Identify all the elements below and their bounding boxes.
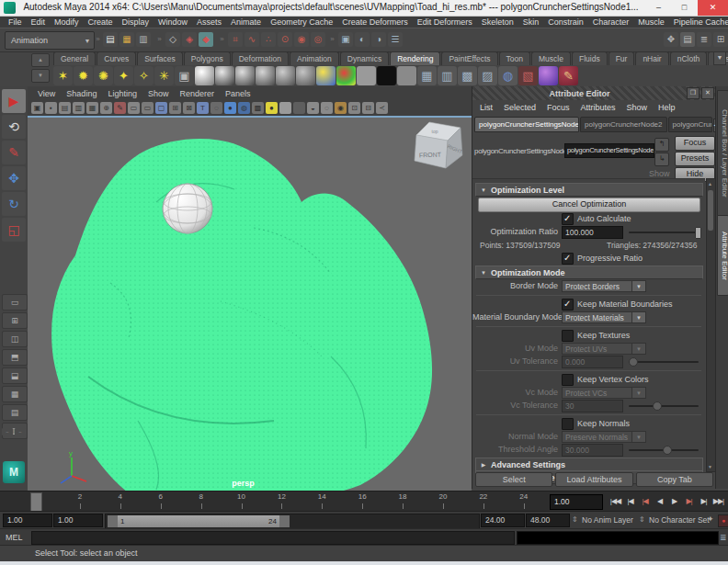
shelf-tab[interactable]: Curves [97,51,136,65]
film-gate-icon[interactable]: ▭ [128,102,140,114]
select-tool-icon[interactable]: ▶ [2,89,26,113]
shelf-tab[interactable]: Muscle [531,51,571,65]
current-time-field[interactable]: 1.00 [550,494,603,510]
show-manipulators-icon[interactable]: ✥ [664,32,678,47]
show-button[interactable]: Show [649,169,671,178]
menu-item[interactable]: Display [118,17,154,27]
character-set-updown-icon[interactable]: ⇕ [639,515,645,524]
node-tab[interactable]: polygonCruncherNode2 [580,117,667,132]
light-linking-icon[interactable]: ▨ [478,66,497,85]
scale-tool-icon[interactable]: ◱ [2,218,26,242]
range-start-handle[interactable] [108,515,118,527]
select-hierarchy-icon[interactable]: ◇ [165,32,180,47]
render-current-frame-icon[interactable]: ◐ [355,32,370,47]
ae-menu-item[interactable]: List [476,103,496,112]
range-track[interactable]: 1 24 [105,514,480,529]
scroll-up-icon[interactable]: ▲ [707,179,713,188]
textured-icon[interactable]: ◍ [238,102,250,114]
rotate-tool-icon[interactable]: ↻ [2,192,26,216]
create-camera-icon[interactable]: ▣ [175,66,194,85]
safe-action-icon[interactable]: ⊠ [183,102,195,114]
panel-menu-item[interactable]: Renderer [175,89,219,98]
menu-item[interactable]: Geometry Cache [266,17,337,27]
layout-persp-graph-icon[interactable]: ⬒ [2,349,28,366]
uv-mode-dropdown[interactable]: Protect UVs ▼ [562,343,646,355]
phong-material-icon[interactable] [235,66,255,85]
area-light-icon[interactable]: ✧ [134,66,154,85]
status-separator[interactable]: » [95,32,101,47]
ae-menu-item[interactable]: Attributes [577,103,620,112]
3d-paint-icon[interactable]: ✎ [559,66,578,85]
layered-shader-icon[interactable] [296,66,315,85]
panel-menu-item[interactable]: Panels [221,89,256,98]
ae-menu-item[interactable]: Selected [500,103,540,112]
menu-item[interactable]: Assets [192,17,226,27]
volume-light-icon[interactable]: ✳ [154,66,174,85]
attribute-editor-toggle-icon[interactable]: ⊞ [713,32,728,47]
shelf-tab[interactable]: Toon [499,51,530,65]
minimize-button[interactable]: – [646,0,671,16]
snap-to-points-icon[interactable]: ∴ [261,32,276,47]
lock-camera-icon[interactable]: ▪ [45,102,57,114]
paint-select-tool-icon[interactable]: ✎ [2,141,26,164]
bookmarks-icon[interactable]: ▥ [73,102,85,114]
use-background-icon[interactable] [377,66,396,85]
joint-xray-icon[interactable]: ⊟ [362,102,374,114]
optimization-ratio-slider[interactable] [629,232,699,233]
node-tab[interactable]: polygonCruncherSettingsNode1 [474,117,579,132]
new-scene-icon[interactable]: ▤ [103,32,118,47]
paint-effects-icon[interactable] [539,66,558,85]
panel-menu-item[interactable]: Shading [62,89,101,98]
scrollbar-thumb[interactable] [708,190,713,231]
layout-four-pane-icon[interactable]: ⊞ [2,312,28,329]
shelf-tab[interactable]: Fluids [572,51,608,65]
render-settings-shelf-icon[interactable]: ▥ [438,66,457,85]
play-forwards-button[interactable]: ▶ [667,493,681,509]
attribute-editor-vertical-tab[interactable]: Attribute Editor [717,215,728,296]
mel-label[interactable]: MEL [6,533,23,542]
ae-menu-item[interactable]: Help [654,103,679,112]
time-slider[interactable]: 24681012141618202224 1.00 |◀◀|◀|◀◀▶▶|▶|▶… [0,491,728,512]
step-forward-frame-button[interactable]: ▶| [697,493,711,509]
character-set-label[interactable]: No Character Set [649,515,710,525]
select-component-icon[interactable]: ◆ [199,32,213,47]
panel-menu-item[interactable]: View [33,89,60,98]
field-chart-icon[interactable]: ⊞ [169,102,181,114]
status-separator[interactable]: » [156,32,163,47]
animation-start-field[interactable]: 1.00 [3,514,52,527]
ipr-render-icon[interactable]: ◑ [371,32,386,47]
layout-uv-edit-icon[interactable]: ▦ [2,386,28,402]
keep-textures-checkbox[interactable]: ✓ [562,330,574,342]
threshold-angle-handle[interactable] [663,446,672,455]
menu-item[interactable]: Modify [50,17,84,27]
layout-shrink-left[interactable]: – [2,428,13,435]
texture-icon[interactable]: ▦ [417,66,437,85]
uv-tolerance-handle[interactable] [629,357,638,367]
vc-mode-dropdown[interactable]: Protect VCs ▼ [562,387,646,399]
camera-attributes-icon[interactable]: ▤ [59,102,71,114]
use-default-lighting-icon[interactable]: ● [266,102,278,114]
status-separator[interactable]: » [219,32,225,47]
float-panel-icon[interactable]: ❐ [687,87,700,99]
mel-output-field[interactable] [517,531,719,545]
shelf-tab[interactable]: Surfaces [137,51,183,65]
standard-surface-icon[interactable] [195,66,214,85]
menu-item[interactable]: Pipeline Cache [669,17,728,27]
vc-tolerance-field[interactable]: 30 [562,400,623,412]
wireframe-icon[interactable]: ◌ [210,102,222,114]
vc-tolerance-slider[interactable] [629,405,699,407]
shading-map-icon[interactable] [336,66,356,85]
optimization-ratio-field[interactable]: 100.000 [562,226,623,239]
blinn-material-icon[interactable] [256,66,275,85]
advanced-settings-section-header[interactable]: ▶ Advanced Settings [475,458,703,471]
animation-end-field[interactable]: 48.00 [526,514,570,527]
shelf-down-button[interactable]: ▼ [31,69,50,83]
close-button[interactable]: ✕ [698,0,728,16]
channel-box-vertical-tab[interactable]: Channel Box / Layer Editor [717,90,728,217]
panel-menu-item[interactable]: Show [143,89,174,98]
shelf-tab[interactable]: Animation [290,51,339,65]
optimization-ratio-handle[interactable] [695,227,701,239]
shelf-tab[interactable]: Polygons [184,51,231,65]
current-frame-marker[interactable] [30,492,42,513]
vc-tolerance-handle[interactable] [653,401,662,411]
